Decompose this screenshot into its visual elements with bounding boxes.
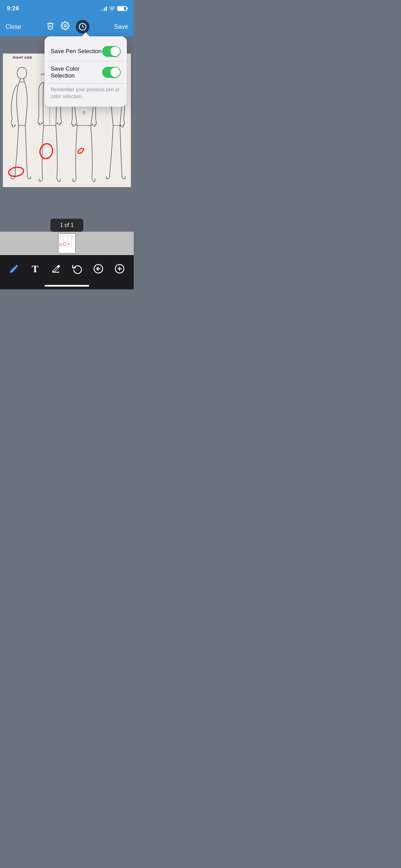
save-pen-toggle[interactable]	[102, 46, 121, 57]
signal-icon	[101, 6, 107, 11]
svg-line-3	[20, 79, 20, 82]
text-button[interactable]: T	[27, 261, 43, 277]
status-icons	[101, 6, 127, 12]
add-button[interactable]	[111, 261, 128, 277]
bottom-toolbar: T	[0, 255, 134, 289]
svg-point-17	[83, 111, 85, 114]
save-pen-label: Save Pen Selection	[51, 48, 101, 55]
pen-button[interactable]	[6, 261, 22, 277]
nav-bar: Close Save	[0, 17, 134, 36]
toggle-thumb-2	[110, 68, 120, 77]
save-pen-row: Save Pen Selection	[45, 42, 127, 61]
home-indicator	[45, 285, 89, 287]
svg-point-2	[17, 67, 27, 79]
save-color-row: Save Color Selection	[45, 61, 127, 83]
svg-line-4	[24, 79, 24, 82]
settings-icon[interactable]	[61, 21, 70, 32]
svg-point-29	[59, 243, 62, 246]
svg-point-0	[64, 25, 66, 27]
thumbnail-1[interactable]	[58, 233, 76, 254]
status-bar: 9:26	[0, 0, 134, 17]
save-button[interactable]: Save	[114, 23, 128, 31]
svg-point-11	[38, 142, 54, 160]
popover-hint: Remember your previous pen or color sele…	[45, 83, 127, 103]
timer-button[interactable]	[76, 20, 89, 34]
svg-point-5	[8, 166, 24, 177]
trash-icon[interactable]	[46, 22, 54, 32]
status-time: 9:26	[7, 5, 19, 12]
settings-popover: Save Pen Selection Save Color Selection …	[45, 36, 127, 107]
toggle-thumb	[110, 47, 120, 56]
redo-button[interactable]	[69, 261, 86, 277]
wifi-icon	[109, 6, 115, 12]
eraser-button[interactable]	[48, 261, 64, 277]
close-button[interactable]: Close	[5, 23, 21, 31]
save-color-toggle[interactable]	[102, 67, 121, 78]
save-color-label: Save Color Selection	[51, 65, 102, 79]
page-counter-area: 1 of 1	[0, 219, 134, 232]
undo-button[interactable]	[90, 261, 107, 277]
page-counter: 1 of 1	[50, 219, 83, 232]
nav-icons	[46, 20, 89, 34]
svg-point-30	[63, 242, 66, 245]
battery-icon	[117, 6, 127, 11]
text-icon: T	[32, 263, 38, 275]
thumbnail-strip	[0, 232, 134, 255]
